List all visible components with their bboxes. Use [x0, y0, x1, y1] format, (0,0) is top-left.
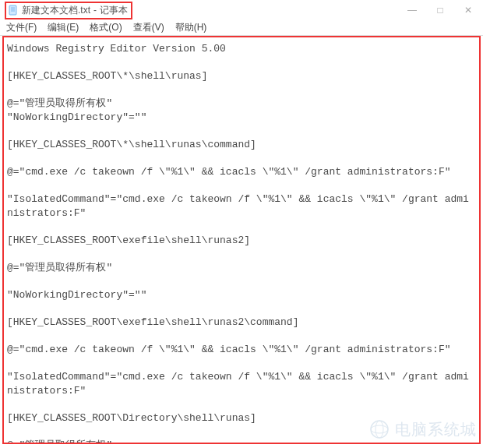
maximize-button[interactable]: □ [435, 5, 446, 16]
notepad-text-area[interactable]: Windows Registry Editor Version 5.00 [HK… [4, 37, 479, 444]
menu-help[interactable]: 帮助(H) [175, 21, 207, 34]
menu-format[interactable]: 格式(O) [90, 21, 122, 34]
menu-view[interactable]: 查看(V) [133, 21, 164, 34]
menu-file[interactable]: 文件(F) [6, 21, 37, 34]
menu-edit[interactable]: 编辑(E) [48, 21, 79, 34]
titlebar: 新建文本文档.txt - 记事本 — □ ✕ [0, 0, 483, 20]
content-highlight-box: Windows Registry Editor Version 5.00 [HK… [2, 36, 481, 444]
minimize-button[interactable]: — [407, 5, 418, 16]
title-highlight-box: 新建文本文档.txt - 记事本 [5, 2, 132, 19]
window-title-appname: 记事本 [100, 4, 128, 17]
svg-rect-0 [9, 5, 16, 15]
window-title-filename: 新建文本文档.txt [22, 4, 90, 17]
close-button[interactable]: ✕ [463, 5, 474, 16]
window-controls: — □ ✕ [407, 5, 478, 16]
notepad-file-icon [8, 5, 19, 16]
menubar: 文件(F) 编辑(E) 格式(O) 查看(V) 帮助(H) [0, 20, 483, 36]
window-title-separator: - [93, 5, 97, 16]
